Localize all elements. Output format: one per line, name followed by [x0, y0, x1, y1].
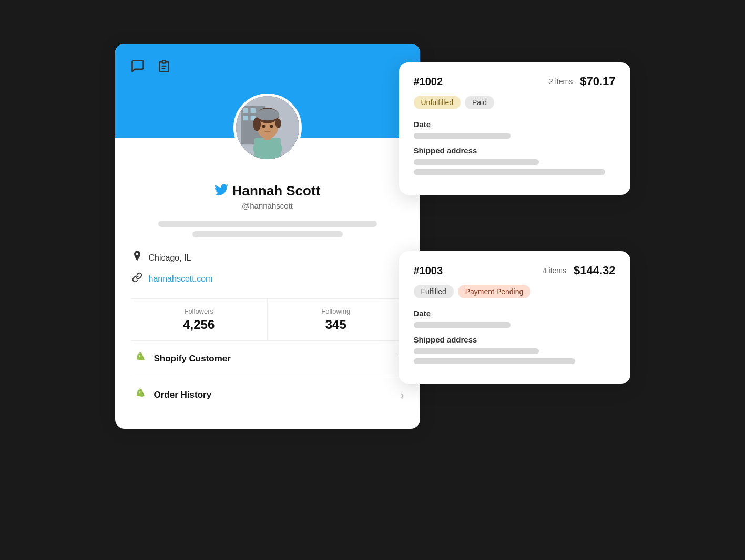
order-1-date-label: Date — [414, 120, 616, 129]
following-label: Following — [268, 307, 404, 315]
followers-value: 4,256 — [131, 317, 268, 332]
profile-handle: @hannahscott — [131, 201, 404, 210]
svg-rect-8 — [254, 138, 281, 159]
svg-point-17 — [270, 125, 273, 128]
order-2-badges: Fulfilled Payment Pending — [414, 285, 616, 298]
profile-actions — [128, 57, 174, 76]
avatar-image — [236, 96, 299, 159]
following-stat: Following 345 — [268, 299, 404, 340]
bio-line-1 — [158, 221, 377, 227]
profile-sections: Shopify Customer ∨ Order History › — [131, 341, 404, 413]
bio-line-2 — [192, 231, 343, 237]
order-1-date-section: Date — [414, 120, 616, 139]
order-card-2: #1003 4 items $144.32 Fulfilled Payment … — [399, 251, 630, 384]
unfulfilled-badge: Unfulfilled — [414, 96, 461, 109]
followers-label: Followers — [131, 307, 268, 315]
shopify-customer-label: Shopify Customer — [154, 354, 397, 364]
profile-card: Hannah Scott @hannahscott Chicago, IL — [115, 44, 420, 429]
order-2-date-section: Date — [414, 309, 616, 328]
paid-badge: Paid — [465, 96, 494, 109]
order-card-1: #1002 2 items $70.17 Unfulfilled Paid Da… — [399, 62, 630, 195]
order-history-label: Order History — [154, 390, 401, 400]
link-icon — [131, 272, 144, 285]
order-1-items: 2 items — [549, 77, 573, 86]
chevron-right-icon: › — [401, 390, 404, 401]
following-value: 345 — [268, 317, 404, 332]
location-item: Chicago, IL — [131, 247, 404, 268]
order-2-address-section: Shipped address — [414, 335, 616, 364]
order-1-address-section: Shipped address — [414, 146, 616, 175]
order-2-meta: 4 items $144.32 — [543, 264, 616, 277]
order-1-address-line-1 — [414, 159, 539, 165]
location-icon — [131, 251, 144, 265]
order-1-header: #1002 2 items $70.17 — [414, 75, 616, 88]
order-2-address-label: Shipped address — [414, 335, 616, 344]
svg-rect-18 — [162, 60, 166, 63]
svg-point-13 — [275, 118, 281, 128]
profile-name-row: Hannah Scott — [131, 183, 404, 199]
order-1-address-label: Shipped address — [414, 146, 616, 155]
order-1-address-line-2 — [414, 169, 606, 175]
order-history-section[interactable]: Order History › — [131, 377, 404, 413]
svg-point-16 — [262, 125, 265, 128]
svg-point-12 — [253, 118, 261, 131]
order-2-date-label: Date — [414, 309, 616, 318]
profile-body: Hannah Scott @hannahscott Chicago, IL — [115, 138, 420, 429]
order-2-address-line-1 — [414, 348, 539, 354]
order-2-header: #1003 4 items $144.32 — [414, 264, 616, 277]
avatar — [233, 94, 302, 162]
order-1-badges: Unfulfilled Paid — [414, 96, 616, 109]
order-2-items: 4 items — [543, 266, 566, 275]
svg-rect-5 — [243, 116, 248, 120]
order-1-id: #1002 — [414, 76, 443, 88]
profile-stats: Followers 4,256 Following 345 — [131, 298, 404, 341]
order-1-amount: $70.17 — [580, 75, 615, 88]
followers-stat: Followers 4,256 — [131, 299, 268, 340]
order-2-amount: $144.32 — [574, 264, 616, 277]
shopify-customer-section[interactable]: Shopify Customer ∨ — [131, 341, 404, 377]
order-2-id: #1003 — [414, 265, 443, 277]
order-1-meta: 2 items $70.17 — [549, 75, 615, 88]
svg-rect-3 — [243, 108, 248, 113]
chat-icon[interactable] — [128, 57, 147, 76]
profile-bio — [131, 221, 404, 237]
order-2-date-line — [414, 322, 511, 328]
twitter-icon — [215, 184, 228, 199]
website-item[interactable]: hannahscott.com — [131, 268, 404, 289]
fulfilled-badge: Fulfilled — [414, 285, 454, 298]
shopify-icon-1 — [131, 350, 148, 367]
profile-name: Hannah Scott — [232, 183, 321, 199]
svg-rect-15 — [256, 113, 279, 117]
clipboard-icon[interactable] — [155, 57, 174, 76]
order-2-address-line-2 — [414, 358, 575, 364]
shopify-icon-2 — [131, 387, 148, 403]
profile-meta: Chicago, IL hannahscott.com — [131, 247, 404, 289]
website-link[interactable]: hannahscott.com — [149, 274, 213, 284]
location-text: Chicago, IL — [149, 253, 191, 263]
svg-rect-4 — [250, 108, 255, 113]
payment-pending-badge: Payment Pending — [458, 285, 531, 298]
order-1-date-line — [414, 133, 511, 139]
